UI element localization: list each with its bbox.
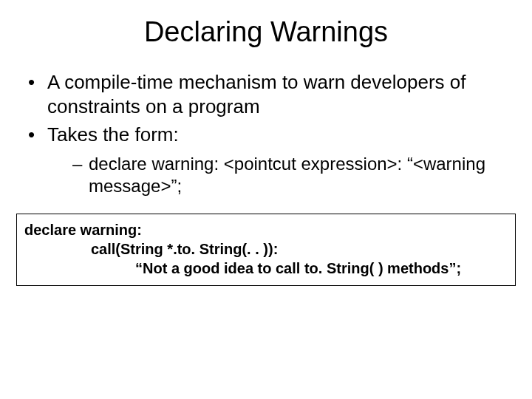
slide-body: A compile-time mechanism to warn develop… <box>0 55 532 197</box>
bullet-item: Takes the form: declare warning: <pointc… <box>27 123 505 197</box>
bullet-list: A compile-time mechanism to warn develop… <box>27 70 505 197</box>
sub-bullet-item: declare warning: <pointcut expression>: … <box>72 153 505 197</box>
sub-bullet-list: declare warning: <pointcut expression>: … <box>47 153 505 197</box>
code-line: “Not a good idea to call to. String( ) m… <box>24 259 508 278</box>
bullet-text: A compile-time mechanism to warn develop… <box>47 71 466 117</box>
bullet-text: Takes the form: <box>47 123 179 146</box>
slide: Declaring Warnings A compile-time mechan… <box>0 0 532 399</box>
slide-title: Declaring Warnings <box>0 0 532 55</box>
code-line: declare warning: <box>24 220 508 239</box>
sub-bullet-text: declare warning: <pointcut expression>: … <box>89 154 485 196</box>
code-line: call(String *.to. String(. . )): <box>24 239 508 259</box>
code-example-box: declare warning: call(String *.to. Strin… <box>16 214 516 286</box>
bullet-item: A compile-time mechanism to warn develop… <box>27 70 505 118</box>
